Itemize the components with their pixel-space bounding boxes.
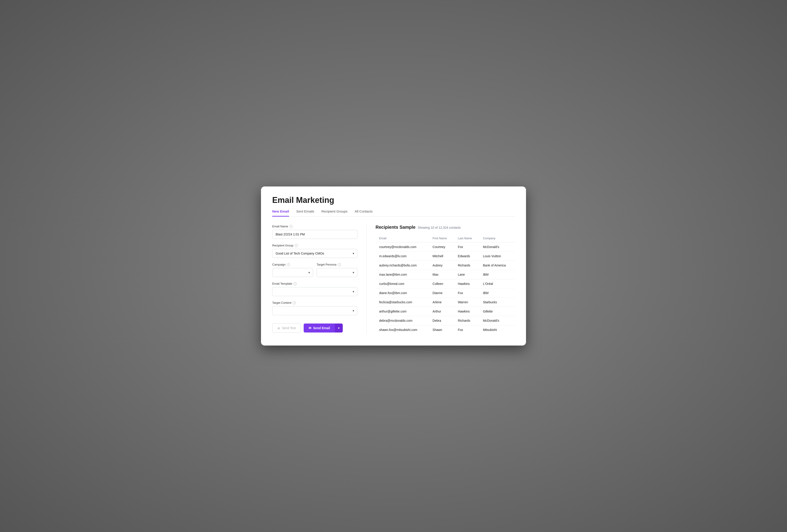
recipient-group-select[interactable]: Good List of Tech Company CMOs: [272, 249, 357, 258]
campaign-label: Campaign i: [272, 263, 313, 266]
table-row: m.edwards@lv.comMitchellEdwardsLouis Vui…: [376, 252, 515, 261]
recipient-group-select-wrapper: Good List of Tech Company CMOs ▾: [272, 249, 357, 258]
cell-first_name: Arthur: [429, 307, 454, 316]
cell-company: Gillette: [479, 307, 515, 316]
cell-email: courtney@mcdonalds.com: [376, 242, 429, 252]
target-persona-label: Target Persona i: [317, 263, 358, 266]
cell-first_name: Arlene: [429, 298, 454, 307]
cell-company: IBM: [479, 270, 515, 279]
email-name-group: Email Name i: [272, 225, 357, 239]
cell-first_name: Debra: [429, 316, 454, 325]
main-card: Email Marketing New Email Sent Emails Re…: [261, 187, 526, 345]
cell-last_name: Fox: [454, 325, 479, 335]
target-content-label: Target Content i: [272, 301, 357, 304]
cell-email: arthur@gillette.com: [376, 307, 429, 316]
cell-company: Starbucks: [479, 298, 515, 307]
content-area: Email Name i Recipient Group i Good List…: [272, 225, 515, 334]
recipients-title: Recipients Sample: [376, 225, 416, 230]
cell-last_name: Fox: [454, 289, 479, 298]
cell-first_name: Max: [429, 270, 454, 279]
cell-company: Bank of America: [479, 261, 515, 270]
cell-email: diane.fox@ibm.com: [376, 289, 429, 298]
table-row: max.lane@ibm.comMaxLaneIBM: [376, 270, 515, 279]
send-email-icon: ✉: [309, 326, 311, 330]
cell-company: Louis Vuitton: [479, 252, 515, 261]
target-persona-info-icon: i: [338, 263, 341, 266]
table-row: debra@mcdonalds.comDebraRichardsMcDonald…: [376, 316, 515, 325]
tab-recipient-groups[interactable]: Recipient Groups: [321, 209, 347, 217]
target-content-info-icon: i: [293, 301, 296, 304]
table-row: feclicia@starbucks.comArleneWarrenStarbu…: [376, 298, 515, 307]
recipient-group-label: Recipient Group i: [272, 244, 357, 247]
tab-bar: New Email Sent Emails Recipient Groups A…: [272, 209, 515, 217]
campaign-persona-row: Campaign i ▾ Target Persona i: [272, 263, 357, 282]
tab-sent-emails[interactable]: Sent Emails: [296, 209, 314, 217]
email-name-info-icon: i: [290, 225, 293, 228]
send-email-chevron-icon: ▾: [338, 326, 340, 330]
send-test-icon: ◉: [277, 326, 280, 330]
cell-email: curtis@loreal.com: [376, 279, 429, 289]
col-company: Company: [479, 234, 515, 242]
cell-email: m.edwards@lv.com: [376, 252, 429, 261]
email-template-label: Email Template i: [272, 282, 357, 285]
cell-last_name: Hawkins: [454, 279, 479, 289]
email-name-input[interactable]: [272, 230, 357, 239]
campaign-select[interactable]: [272, 268, 313, 277]
cell-company: Mitsubishi: [479, 325, 515, 335]
cell-first_name: Dianne: [429, 289, 454, 298]
table-row: curtis@loreal.comColleenHawkinsL'Oréal: [376, 279, 515, 289]
cell-company: McDonald's: [479, 242, 515, 252]
cell-email: max.lane@ibm.com: [376, 270, 429, 279]
table-row: shawn.fox@mitsubishi.comShawnFoxMitsubis…: [376, 325, 515, 335]
target-persona-select[interactable]: [317, 268, 358, 277]
page-title: Email Marketing: [272, 195, 515, 205]
send-email-button[interactable]: ✉ Send Email: [304, 323, 335, 333]
campaign-group: Campaign i ▾: [272, 263, 313, 277]
table-header: Email First Name Last Name Company: [376, 234, 515, 242]
col-email: Email: [376, 234, 429, 242]
table-row: arthur@gillette.comArthurHawkinsGillette: [376, 307, 515, 316]
cell-last_name: Fox: [454, 242, 479, 252]
bottom-actions: ◉ Send Test ✉ Send Email ▾: [272, 323, 357, 333]
cell-last_name: Warren: [454, 298, 479, 307]
recipients-header: Recipients Sample Showing 10 of 12,324 c…: [376, 225, 515, 230]
cell-first_name: Courtney: [429, 242, 454, 252]
send-email-dropdown-button[interactable]: ▾: [335, 323, 343, 333]
email-template-select-wrapper: ▾: [272, 287, 357, 296]
cell-last_name: Richards: [454, 261, 479, 270]
col-last-name: Last Name: [454, 234, 479, 242]
table-row: aubrey.richards@bofa.comAubreyRichardsBa…: [376, 261, 515, 270]
send-email-group: ✉ Send Email ▾: [304, 323, 343, 333]
cell-email: debra@mcdonalds.com: [376, 316, 429, 325]
email-template-group: Email Template i ▾: [272, 282, 357, 296]
email-name-label: Email Name i: [272, 225, 357, 228]
cell-email: shawn.fox@mitsubishi.com: [376, 325, 429, 335]
send-test-button[interactable]: ◉ Send Test: [272, 323, 301, 333]
target-persona-group: Target Persona i ▾: [317, 263, 358, 277]
cell-company: L'Oréal: [479, 279, 515, 289]
cell-first_name: Shawn: [429, 325, 454, 335]
recipients-table: Email First Name Last Name Company court…: [376, 234, 515, 334]
cell-last_name: Richards: [454, 316, 479, 325]
right-panel: Recipients Sample Showing 10 of 12,324 c…: [366, 225, 515, 334]
cell-first_name: Mitchell: [429, 252, 454, 261]
campaign-select-wrapper: ▾: [272, 268, 313, 277]
left-panel: Email Name i Recipient Group i Good List…: [272, 225, 366, 334]
table-header-row: Email First Name Last Name Company: [376, 234, 515, 242]
cell-last_name: Edwards: [454, 252, 479, 261]
recipient-group-group: Recipient Group i Good List of Tech Comp…: [272, 244, 357, 258]
cell-company: McDonald's: [479, 316, 515, 325]
table-body: courtney@mcdonalds.comCourtneyFoxMcDonal…: [376, 242, 515, 335]
target-content-select-wrapper: ▾: [272, 306, 357, 315]
campaign-info-icon: i: [287, 263, 290, 266]
target-content-select[interactable]: [272, 306, 357, 315]
tab-new-email[interactable]: New Email: [272, 209, 289, 217]
recipient-group-info-icon: i: [295, 244, 298, 247]
email-template-info-icon: i: [294, 282, 297, 285]
email-template-select[interactable]: [272, 287, 357, 296]
cell-company: IBM: [479, 289, 515, 298]
tab-all-contacts[interactable]: All Contacts: [355, 209, 373, 217]
cell-first_name: Colleen: [429, 279, 454, 289]
recipients-count: Showing 10 of 12,324 contacts: [418, 226, 461, 229]
table-row: courtney@mcdonalds.comCourtneyFoxMcDonal…: [376, 242, 515, 252]
